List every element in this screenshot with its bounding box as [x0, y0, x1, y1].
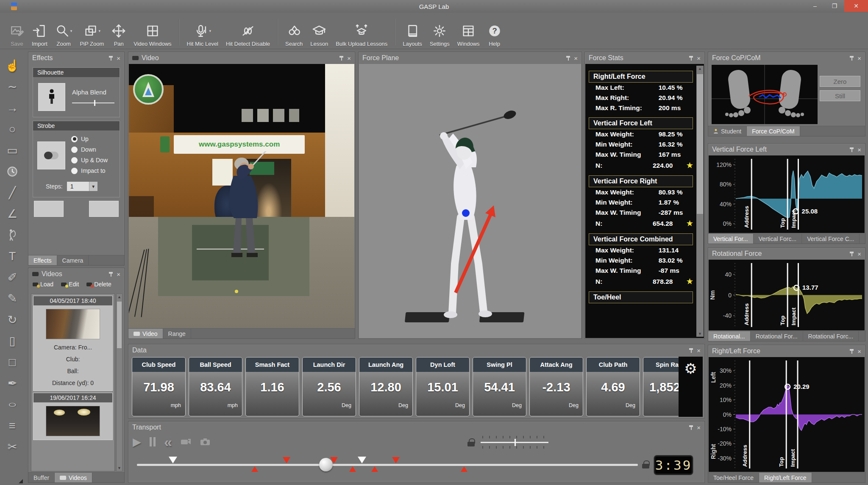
hit-mic-level-button[interactable]: ▾Hit Mic Level: [187, 22, 218, 47]
close-icon[interactable]: ×: [857, 348, 861, 355]
scrollbar-thumb[interactable]: [117, 302, 122, 348]
close-icon[interactable]: ×: [857, 147, 861, 153]
still-button[interactable]: Still: [820, 90, 860, 101]
video-frame[interactable]: www.gaspsystems.com: [129, 64, 354, 328]
force-plane-3d-view[interactable]: [359, 64, 581, 338]
radio-up-dow[interactable]: Up & Dow: [71, 157, 108, 164]
edit-button[interactable]: Edit: [61, 281, 79, 288]
hit-detect-disable-button[interactable]: Hit Detect Disable: [226, 22, 270, 47]
scroll-up-icon[interactable]: ▲: [117, 294, 121, 300]
keyframe-marker-white[interactable]: [358, 457, 366, 463]
rewind-button[interactable]: «: [164, 438, 172, 446]
silhouette-button[interactable]: [38, 83, 65, 111]
save-button[interactable]: Save: [10, 22, 24, 47]
zero-button[interactable]: Zero: [820, 76, 860, 87]
event-marker-red-down[interactable]: [283, 457, 290, 463]
tab-buffer[interactable]: Buffer: [28, 473, 55, 482]
square-tool[interactable]: □: [0, 352, 25, 373]
video-thumbnail[interactable]: [46, 406, 100, 436]
close-icon[interactable]: ×: [857, 251, 861, 257]
pin-icon[interactable]: [108, 271, 114, 277]
timeline-lock-icon[interactable]: [642, 460, 649, 468]
help-button[interactable]: ?Help: [487, 22, 502, 47]
dropdown-caret-icon[interactable]: ▾: [70, 29, 72, 33]
ruler-tool[interactable]: ▯: [0, 330, 25, 352]
close-icon[interactable]: ×: [117, 55, 120, 61]
snapshot-button[interactable]: [200, 438, 210, 446]
pause-button[interactable]: [150, 437, 156, 446]
speed-slider[interactable]: [481, 436, 548, 449]
scroll-down-icon[interactable]: ▼: [117, 465, 121, 471]
event-marker-red-up[interactable]: [371, 466, 378, 472]
close-icon[interactable]: ×: [574, 55, 578, 61]
cut-tool[interactable]: ✂: [0, 436, 25, 457]
settings-button[interactable]: Settings: [430, 22, 450, 47]
tab-student[interactable]: Student: [708, 126, 747, 136]
tab-vertical-forc[interactable]: Vertical Forc...: [754, 234, 802, 244]
strobe-button[interactable]: [37, 141, 65, 169]
tab-video[interactable]: Video: [128, 329, 163, 338]
close-icon[interactable]: ×: [117, 271, 120, 277]
maximize-button[interactable]: ❐: [825, 0, 844, 12]
bulk-upload-lessons-button[interactable]: Bulk Upload Lessons: [336, 22, 387, 47]
chevron-down-icon[interactable]: ▼: [89, 182, 97, 191]
clock-tool[interactable]: [0, 161, 25, 182]
steps-dropdown[interactable]: 1 ▼: [67, 182, 97, 191]
pin-icon[interactable]: [689, 55, 694, 61]
play-button[interactable]: ▶: [133, 435, 141, 449]
pin-icon[interactable]: [849, 55, 854, 61]
rotate-tool[interactable]: ↻: [0, 309, 25, 330]
radio-up[interactable]: Up: [71, 136, 108, 142]
close-icon[interactable]: ×: [697, 55, 701, 61]
tab-camera[interactable]: Camera: [57, 255, 89, 265]
tab-rotational-forc[interactable]: Rotational Forc...: [803, 331, 859, 341]
angle-tool[interactable]: ∠: [0, 203, 25, 224]
pin-icon[interactable]: [849, 251, 854, 257]
lesson-button[interactable]: Lesson: [310, 22, 328, 47]
pin-icon[interactable]: [689, 347, 694, 353]
effect-button-1[interactable]: [34, 201, 64, 217]
playhead-golf-ball[interactable]: [319, 458, 333, 471]
rectangle-tool[interactable]: ▭: [0, 140, 25, 161]
tab-effects[interactable]: Effects: [28, 255, 57, 265]
ellipse-tool[interactable]: ○: [0, 396, 29, 413]
scroll-up-icon[interactable]: ▲: [698, 66, 702, 72]
event-marker-red-down[interactable]: [392, 457, 400, 463]
pin-icon[interactable]: [849, 147, 854, 152]
import-button[interactable]: Import: [32, 22, 47, 47]
radio-impact-to[interactable]: Impact to: [71, 167, 108, 174]
dropdown-caret-icon[interactable]: ▾: [99, 29, 101, 33]
event-marker-red-up[interactable]: [251, 466, 258, 472]
arrow-tool[interactable]: →: [0, 97, 25, 119]
freehand-tool[interactable]: ∼: [0, 76, 25, 97]
dropdown-caret-icon[interactable]: ▾: [209, 29, 211, 33]
pin-icon[interactable]: [108, 55, 114, 61]
lock-icon[interactable]: [467, 438, 475, 446]
pip-zoom-button[interactable]: ▾PiP Zoom: [80, 22, 104, 47]
event-marker-red-up[interactable]: [349, 466, 356, 472]
tab-toe-heel-force[interactable]: Toe/Heel Force: [708, 473, 759, 482]
force-stats-scrollbar[interactable]: ▲ ▼: [696, 66, 704, 337]
lines-tool[interactable]: ≡: [0, 415, 25, 436]
close-icon[interactable]: ×: [347, 55, 351, 61]
gear-icon[interactable]: ⚙: [684, 360, 697, 417]
pin-icon[interactable]: [849, 348, 854, 354]
layouts-button[interactable]: Layouts: [403, 22, 422, 47]
pin-icon[interactable]: [339, 55, 344, 61]
pin-icon[interactable]: [566, 55, 571, 61]
pan-button[interactable]: Pan: [111, 22, 126, 47]
highlighter-tool[interactable]: ✐: [0, 267, 25, 288]
event-marker-red-up[interactable]: [461, 466, 467, 472]
video-windows-button[interactable]: Video Windows: [134, 22, 171, 47]
hand-tool[interactable]: ☝: [0, 55, 25, 76]
keyframe-marker-white[interactable]: [169, 457, 177, 463]
search-button[interactable]: Search: [285, 22, 303, 47]
tab-vertical-for[interactable]: Vertical For...: [708, 234, 754, 244]
tab-range[interactable]: Range: [163, 329, 191, 338]
tab-right-left-force[interactable]: Right/Left Force: [759, 473, 812, 482]
effect-button-2[interactable]: [89, 201, 119, 217]
windows-button[interactable]: Windows: [457, 22, 480, 47]
alpha-blend-slider[interactable]: [72, 100, 114, 106]
video-thumbnail[interactable]: [46, 309, 100, 339]
scrollbar-thumb[interactable]: [697, 74, 703, 214]
